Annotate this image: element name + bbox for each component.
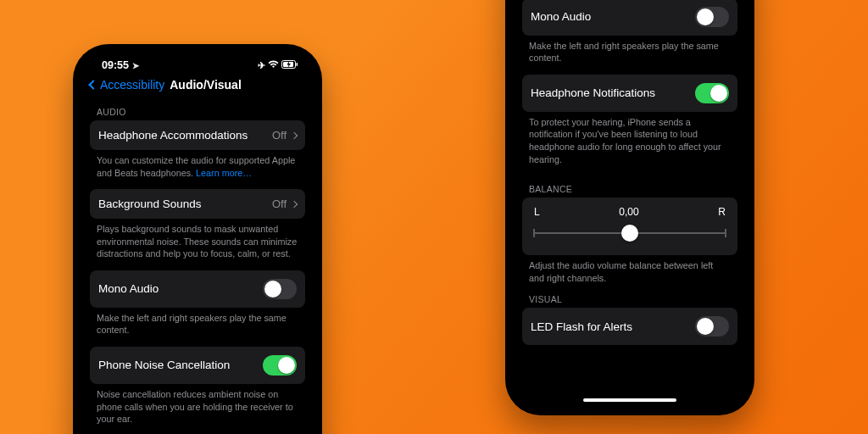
back-label: Accessibility [100,78,164,92]
row-desc-headphone-notifications: To protect your hearing, iPhone sends a … [522,112,737,167]
row-label: Mono Audio [98,282,159,295]
location-icon: ➤ [132,61,139,70]
screen-left: 09:55 ➤ ✈ Accessibility [81,53,314,434]
row-mono-audio: Mono Audio [522,0,737,36]
nav-bar: Accessibility Audio/Visual [81,73,314,98]
row-value: Off [272,129,287,142]
chevron-left-icon [88,80,97,89]
airplane-icon: ✈ [258,60,265,71]
wifi-icon [268,60,279,70]
row-label: Headphone Notifications [531,86,655,99]
screen-right: Plays background sounds to mask unwanted… [514,0,746,373]
row-value: Off [272,198,287,210]
row-label: LED Flash for Alerts [531,320,632,333]
row-desc-background-sounds: Plays background sounds to mask unwanted… [90,219,305,262]
section-header-balance: BALANCE [522,175,737,198]
toggle-mono-audio[interactable] [263,279,297,299]
toggle-phone-noise-cancellation[interactable] [263,355,297,376]
chevron-right-icon [291,131,298,138]
notch [142,53,253,73]
section-header-audio: AUDIO [90,98,305,120]
row-desc-phone-noise-cancellation: Noise cancellation reduces ambient noise… [90,384,305,427]
row-desc-headphone-accommodations: You can customize the audio for supporte… [90,150,305,181]
balance-value: 0,00 [619,206,638,218]
row-desc-balance: Adjust the audio volume balance between … [522,255,737,286]
row-label: Mono Audio [531,10,591,23]
row-mono-audio: Mono Audio [90,270,305,308]
row-desc-mono-audio: Make the left and right speakers play th… [90,308,305,338]
row-headphone-accommodations[interactable]: Headphone Accommodations Off [90,120,305,150]
back-button[interactable]: Accessibility [88,78,164,92]
row-phone-noise-cancellation: Phone Noise Cancellation [90,347,305,384]
balance-right-label: R [718,206,726,218]
slider-knob[interactable] [621,225,638,242]
row-desc-mono-audio: Make the left and right speakers play th… [522,36,737,66]
home-indicator[interactable] [583,398,676,402]
section-header-visual: VISUAL [522,286,737,308]
bezel: 09:55 ➤ ✈ Accessibility [81,53,314,434]
row-background-sounds[interactable]: Background Sounds Off [90,189,305,219]
row-led-flash[interactable]: LED Flash for Alerts [522,308,737,345]
phone-frame-left: 09:55 ➤ ✈ Accessibility [73,44,322,434]
toggle-mono-audio[interactable] [695,7,729,27]
battery-icon [281,60,298,70]
svg-rect-2 [297,63,298,66]
balance-left-label: L [534,206,540,218]
bezel: Plays background sounds to mask unwanted… [514,0,746,407]
row-label: Headphone Accommodations [98,129,248,142]
row-headphone-notifications: Headphone Notifications [522,75,737,112]
phone-frame-right: Plays background sounds to mask unwanted… [505,0,754,415]
toggle-headphone-notifications[interactable] [695,83,729,103]
status-time: 09:55 [102,59,129,71]
balance-box: L 0,00 R [522,198,737,255]
learn-more-link[interactable]: Learn more… [196,168,252,178]
row-label: Phone Noise Cancellation [98,359,230,371]
row-label: Background Sounds [98,198,202,210]
balance-slider[interactable] [534,223,726,243]
chevron-right-icon [291,200,298,207]
toggle-led-flash[interactable] [695,316,729,337]
page-title: Audio/Visual [170,78,242,92]
